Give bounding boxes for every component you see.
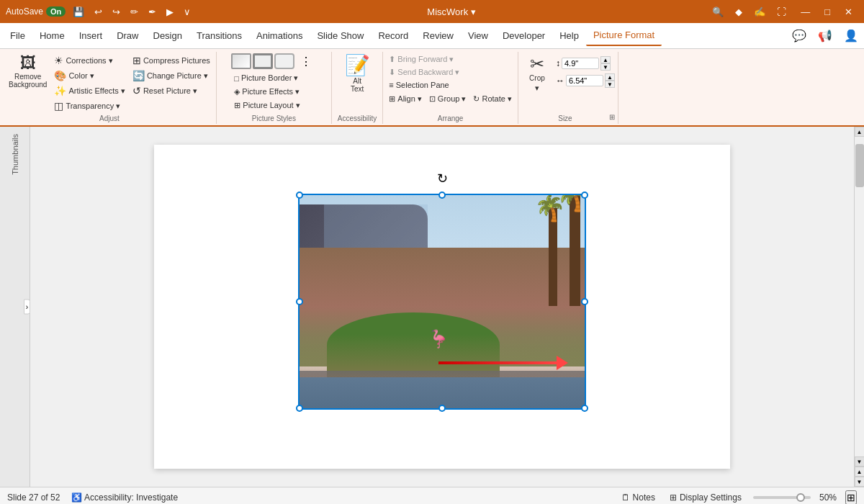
minimize-button[interactable]: — — [795, 4, 816, 20]
autosave-state[interactable]: On — [46, 6, 66, 17]
reset-icon: ↺ — [132, 85, 141, 96]
width-input[interactable] — [566, 75, 603, 86]
picture-border-button[interactable]: □ Picture Border ▾ — [231, 72, 301, 84]
remove-background-button[interactable]: 🖼 RemoveBackground — [6, 53, 50, 91]
content-area: › Thumbnails ↻ — [0, 127, 864, 487]
file-dropdown-icon[interactable]: ▾ — [471, 6, 476, 17]
menu-slideshow[interactable]: Slide Show — [310, 26, 371, 45]
pen-button[interactable]: ✒ — [145, 5, 159, 19]
notes-button[interactable]: 🗒 Notes — [618, 491, 658, 504]
width-input-row: ↔ ▲ ▼ — [556, 73, 615, 88]
remove-bg-label: RemoveBackground — [9, 73, 47, 89]
send-backward-label: Send Backward ▾ — [397, 68, 459, 77]
send-backward-button[interactable]: ⬇ Send Backward ▾ — [386, 66, 462, 78]
menu-draw[interactable]: Draw — [109, 26, 145, 45]
present2-button[interactable]: ⛶ — [774, 5, 789, 19]
adjust-small-col2: ⊞ Compress Pictures 🔄 Change Picture ▾ ↺… — [130, 53, 213, 98]
color-button[interactable]: 🎨 Color ▾ — [51, 68, 128, 83]
redo-button[interactable]: ↪ — [109, 5, 123, 19]
menu-review[interactable]: Review — [415, 26, 461, 45]
picture-border-label: Picture Border ▾ — [241, 73, 298, 83]
menu-transitions[interactable]: Transitions — [189, 26, 249, 45]
menu-design[interactable]: Design — [146, 26, 189, 45]
diamond-button[interactable]: ◆ — [732, 5, 745, 19]
style-1[interactable] — [231, 53, 251, 69]
slide-image: 🦩 — [298, 194, 586, 410]
picture-layout-label: Picture Layout ▾ — [243, 101, 300, 110]
picture-styles-label: Picture Styles — [221, 114, 327, 122]
menu-help[interactable]: Help — [552, 26, 586, 45]
menu-animations[interactable]: Animations — [249, 26, 310, 45]
save-button[interactable]: 💾 — [70, 5, 87, 19]
scroll-up-button[interactable]: ▲ — [855, 127, 865, 137]
align-button[interactable]: ⊞ Align ▾ — [386, 93, 425, 105]
menu-file[interactable]: File — [3, 26, 32, 45]
bring-forward-button[interactable]: ⬆ Bring Forward ▾ — [386, 53, 456, 66]
send-backward-icon: ⬇ — [389, 68, 395, 77]
display-settings-button[interactable]: ⊞ Display Settings — [667, 491, 744, 504]
styles-content: ⋮ □ Picture Border ▾ ◈ Picture Effects ▾ — [231, 53, 316, 113]
pen2-button[interactable]: ✍ — [751, 5, 768, 19]
thumbnails-expand[interactable]: › — [24, 300, 30, 315]
maximize-button[interactable]: □ — [819, 4, 836, 20]
right-scrollbar: ▲ ▼ ▲ ▼ — [854, 127, 864, 487]
size-expand-icon[interactable]: ⊞ — [609, 113, 615, 122]
slide-area[interactable]: ↻ 🦩 — [30, 127, 854, 487]
height-input[interactable] — [562, 58, 599, 69]
menu-developer[interactable]: Developer — [495, 26, 552, 45]
height-input-row: ↕ ▲ ▼ — [556, 56, 615, 71]
small-scroll-2[interactable]: ▼ — [855, 477, 865, 487]
small-scroll-1[interactable]: ▲ — [855, 467, 865, 477]
height-up[interactable]: ▲ — [600, 56, 611, 63]
search-button[interactable]: 🔍 — [709, 5, 726, 19]
comments-icon[interactable]: 💬 — [789, 26, 809, 45]
transparency-label: Transparency ▾ — [66, 102, 120, 111]
menu-record[interactable]: Record — [371, 26, 415, 45]
menu-view[interactable]: View — [461, 26, 495, 45]
rotate-button[interactable]: ↻ Rotate ▾ — [470, 93, 514, 105]
bring-forward-label: Bring Forward ▾ — [397, 55, 454, 64]
picture-effects-button[interactable]: ◈ Picture Effects ▾ — [231, 86, 302, 98]
style-2[interactable] — [253, 53, 273, 69]
zoom-thumb[interactable] — [796, 493, 805, 502]
fit-to-window-button[interactable]: ⊞ — [845, 490, 857, 505]
title-bar: AutoSave On 💾 ↩ ↪ ✏ ✒ ▶ ∨ MiscWork ▾ 🔍 ◆… — [0, 0, 864, 23]
group-button[interactable]: ⊡ Group ▾ — [426, 93, 469, 105]
crop-icon: ✂ — [530, 55, 544, 73]
adjust-label: Adjust — [6, 114, 213, 122]
menu-home[interactable]: Home — [32, 26, 72, 45]
accessibility-group: 📝 AltText Accessibility — [332, 52, 383, 124]
compress-pictures-button[interactable]: ⊞ Compress Pictures — [130, 53, 213, 68]
present-button[interactable]: ▶ — [163, 5, 176, 19]
width-up[interactable]: ▲ — [605, 73, 615, 81]
reset-picture-button[interactable]: ↺ Reset Picture ▾ — [130, 84, 213, 98]
zoom-slider[interactable] — [753, 496, 811, 499]
rotate-handle[interactable]: ↻ — [436, 172, 449, 185]
close-button[interactable]: ✕ — [839, 4, 858, 20]
artistic-effects-button[interactable]: ✨ Artistic Effects ▾ — [51, 84, 128, 98]
menu-picture-format[interactable]: Picture Format — [586, 25, 662, 46]
collab-icon[interactable]: 📢 — [815, 26, 835, 45]
selected-image-container[interactable]: ↻ 🦩 — [298, 194, 586, 410]
more-button[interactable]: ∨ — [181, 5, 194, 19]
picture-layout-button[interactable]: ⊞ Picture Layout ▾ — [231, 99, 302, 112]
scroll-thumb[interactable] — [855, 144, 864, 187]
color-label: Color ▾ — [68, 71, 94, 81]
corrections-button[interactable]: ☀ Corrections ▾ — [51, 53, 128, 68]
thumbnails-panel: › Thumbnails — [0, 127, 30, 487]
menu-insert[interactable]: Insert — [72, 26, 110, 45]
change-picture-button[interactable]: 🔄 Change Picture ▾ — [130, 68, 213, 83]
transparency-button[interactable]: ◫ Transparency ▾ — [51, 99, 128, 113]
style-more-arrow[interactable]: ⋮ — [296, 53, 316, 69]
selection-pane-button[interactable]: ≡ Selection Pane — [386, 79, 451, 91]
scroll-down-button[interactable]: ▼ — [855, 456, 865, 467]
alt-text-button[interactable]: 📝 AltText — [341, 53, 373, 95]
account-icon[interactable]: 👤 — [841, 26, 861, 45]
width-down[interactable]: ▼ — [605, 81, 615, 88]
customize-button[interactable]: ✏ — [127, 5, 141, 19]
crop-button[interactable]: ✂ Crop ▾ — [521, 53, 553, 95]
style-3[interactable] — [274, 53, 294, 69]
rotate-label: Rotate ▾ — [482, 94, 511, 104]
undo-button[interactable]: ↩ — [91, 5, 105, 19]
height-down[interactable]: ▼ — [600, 63, 611, 71]
